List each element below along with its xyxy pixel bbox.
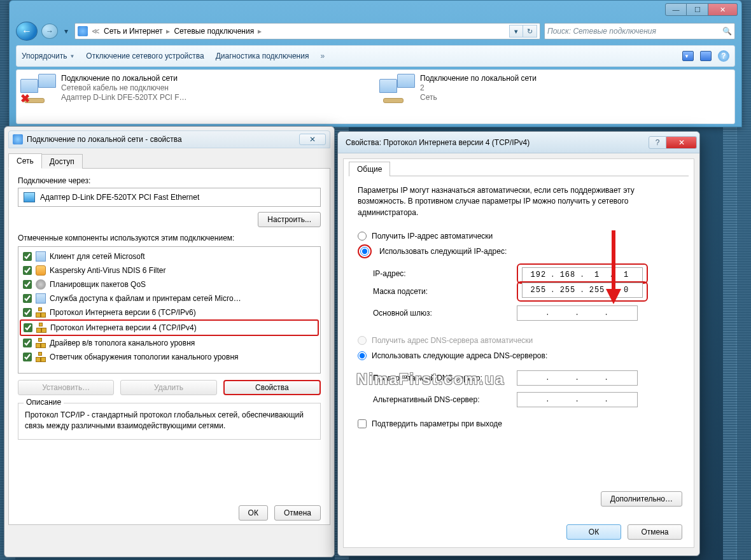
gateway-label: Основной шлюз: <box>373 309 507 318</box>
component-checkbox[interactable] <box>23 252 32 261</box>
radio-dns-manual[interactable]: Использовать следующие адреса DNS-сервер… <box>358 348 680 363</box>
radio-ip-manual[interactable]: Использовать следующий IP-адрес: <box>358 244 680 259</box>
component-checkbox[interactable] <box>23 294 32 303</box>
component-item[interactable]: Служба доступа к файлам и принтерам сете… <box>20 291 319 305</box>
ipv4-properties-dialog: Свойства: Протокол Интернета версии 4 (T… <box>337 131 700 556</box>
view-icons-button[interactable]: ▼ <box>682 51 694 61</box>
net-icon <box>36 338 46 348</box>
tab-general[interactable]: Общие <box>349 162 390 176</box>
subnet-mask-input[interactable]: 255.255.255.0 <box>522 283 643 298</box>
confirm-on-exit[interactable]: Подтвердить параметры при выходе <box>358 419 680 428</box>
connection-status: Сетевой кабель не подключен <box>61 83 187 92</box>
advanced-button[interactable]: Дополнительно… <box>601 491 682 507</box>
dialog-body: Подключение через: Адаптер D-Link DFE-52… <box>8 169 330 525</box>
remove-button[interactable]: Удалить <box>120 380 216 395</box>
component-item[interactable]: Протокол Интернета версии 4 (TCP/IPv4) <box>20 319 319 336</box>
connection-title: Подключение по локальной сети <box>61 74 187 83</box>
toolbar-organize[interactable]: Упорядочить▼ <box>22 52 74 60</box>
ip-octet[interactable]: 255 <box>556 286 580 295</box>
component-checkbox[interactable] <box>23 353 32 361</box>
radio-input[interactable] <box>358 232 367 241</box>
properties-button[interactable]: Свойства <box>223 380 321 395</box>
tab-network[interactable]: Сеть <box>8 153 42 169</box>
ip-dot: . <box>551 286 556 295</box>
cancel-button[interactable]: Отмена <box>628 524 682 540</box>
radio-label: Использовать следующие адреса DNS-сервер… <box>372 351 547 360</box>
components-list[interactable]: Клиент для сетей MicrosoftKaspersky Anti… <box>18 246 321 374</box>
network-adapter-icon <box>379 74 415 104</box>
radio-ip-auto[interactable]: Получить IP-адрес автоматически <box>358 228 680 244</box>
configure-button[interactable]: Настроить... <box>258 212 321 227</box>
component-item[interactable]: Протокол Интернета версии 6 (TCP/IPv6) <box>20 305 319 319</box>
dns1-input[interactable]: ... <box>517 370 638 386</box>
gateway-input[interactable]: ... <box>517 305 638 321</box>
nav-back-button[interactable]: ← <box>16 22 38 41</box>
toolbar-overflow[interactable]: » <box>320 52 325 60</box>
cancel-button[interactable]: Отмена <box>274 505 321 521</box>
ip-dot: . <box>604 395 609 404</box>
ip-octet[interactable]: 192 <box>526 270 551 279</box>
component-checkbox[interactable] <box>23 339 32 347</box>
refresh-button[interactable]: ↻ <box>523 25 537 38</box>
component-checkbox[interactable] <box>23 280 32 289</box>
breadcrumb-item[interactable]: Сетевые подключения <box>174 27 254 36</box>
dns2-input[interactable]: ... <box>517 392 638 407</box>
connection-item[interactable]: ✖ Подключение по локальной сети Сетевой … <box>20 74 372 120</box>
window-controls: — ☐ ✕ <box>665 3 738 16</box>
ip-octet[interactable]: 168 <box>556 270 580 279</box>
ip-dot: . <box>580 270 585 279</box>
component-checkbox[interactable] <box>23 266 32 275</box>
preview-pane-button[interactable] <box>700 51 712 61</box>
nav-forward-button[interactable]: → <box>41 24 58 39</box>
pc-icon <box>36 251 46 262</box>
description-legend: Описание <box>24 398 64 407</box>
ip-dot: . <box>545 395 551 404</box>
component-item[interactable]: Драйвер в/в тополога канального уровня <box>20 336 319 350</box>
maximize-button[interactable]: ☐ <box>687 3 708 16</box>
component-item[interactable]: Клиент для сетей Microsoft <box>20 249 319 263</box>
connection-title: Подключение по локальной сети <box>420 74 537 83</box>
ip-octet[interactable]: 255 <box>526 286 551 295</box>
component-item[interactable]: Kaspersky Anti-Virus NDIS 6 Filter <box>20 263 319 277</box>
radio-input[interactable] <box>360 247 369 256</box>
component-checkbox[interactable] <box>24 323 32 332</box>
connection-adapter: Сеть <box>420 93 537 102</box>
dialog-titlebar: Подключение по локальной сети - свойства… <box>8 130 330 148</box>
highlight-ring <box>358 244 372 258</box>
ip-dot: . <box>575 309 580 318</box>
ip-address-input[interactable]: 192.168.1.1 <box>522 267 643 283</box>
close-button[interactable]: ✕ <box>299 134 326 145</box>
addressbar-dropdown[interactable]: ▾ <box>509 25 523 38</box>
checkbox-input[interactable] <box>358 419 367 428</box>
description-group: Описание Протокол TCP/IP - стандартный п… <box>18 403 321 440</box>
help-button[interactable]: ? <box>649 136 666 149</box>
adapter-name: Адаптер D-Link DFE-520TX PCI Fast Ethern… <box>40 193 199 202</box>
breadcrumb-item[interactable]: Сеть и Интернет <box>104 27 162 36</box>
components-label: Отмеченные компоненты используются этим … <box>18 234 321 242</box>
close-button[interactable]: ✕ <box>666 136 697 149</box>
ok-button[interactable]: ОК <box>239 505 268 521</box>
breadcrumb-sep: ▸ <box>166 27 170 36</box>
toolbar-disable-device[interactable]: Отключение сетевого устройства <box>86 52 204 60</box>
tab-access[interactable]: Доступ <box>41 154 83 169</box>
dialog-titlebar: Свойства: Протокол Интернета версии 4 (T… <box>338 132 699 153</box>
radio-input[interactable] <box>358 351 367 360</box>
error-x-icon: ✖ <box>20 94 31 104</box>
install-button[interactable]: Установить… <box>18 380 114 395</box>
dialog-body: Параметры IP могут назначаться автоматич… <box>349 176 689 512</box>
component-item[interactable]: Ответчик обнаружения топологии канальног… <box>20 350 319 364</box>
close-button[interactable]: ✕ <box>708 3 738 16</box>
component-checkbox[interactable] <box>23 308 32 317</box>
dialog-tabs: Сеть Доступ <box>8 152 330 169</box>
address-bar[interactable]: ≪ Сеть и Интернет ▸ Сетевые подключения … <box>74 23 540 39</box>
help-button[interactable]: ? <box>718 50 729 62</box>
pc-icon <box>36 293 46 304</box>
minimize-button[interactable]: — <box>665 3 687 16</box>
toolbar-diagnose[interactable]: Диагностика подключения <box>216 52 309 60</box>
dns1-label: Предпочитаемый DNS-сервер: <box>373 374 507 382</box>
search-input[interactable]: Поиск: Сетевые подключения 🔍 <box>544 23 735 39</box>
ok-button[interactable]: ОК <box>566 524 621 540</box>
connection-item[interactable]: Подключение по локальной сети 2 Сеть <box>379 74 731 120</box>
component-item[interactable]: Планировщик пакетов QoS <box>20 277 319 291</box>
nav-history-dropdown[interactable]: ▾ <box>62 27 71 36</box>
